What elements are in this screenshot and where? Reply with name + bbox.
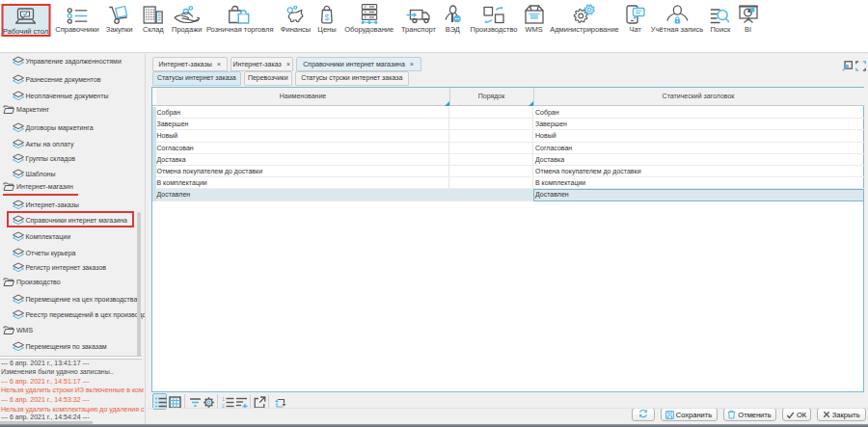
svg-text:$: $ xyxy=(325,13,330,22)
svg-text:1: 1 xyxy=(222,396,225,402)
